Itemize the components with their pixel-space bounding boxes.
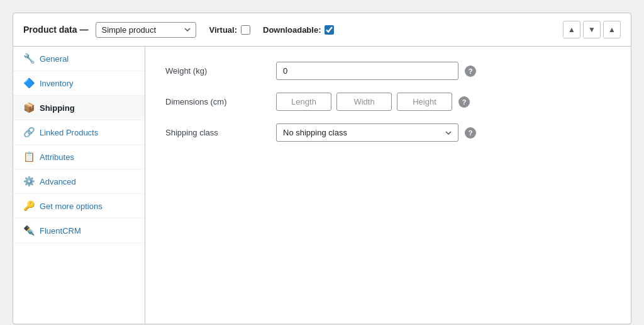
shipping-class-help-icon[interactable]: ? xyxy=(465,127,476,139)
width-input[interactable] xyxy=(336,93,392,111)
product-data-header: Product data — Simple product Virtual: D… xyxy=(13,13,631,47)
sidebar-item-get-more-options-label: Get more options xyxy=(40,202,103,211)
arrow-expand-button[interactable]: ▲ xyxy=(603,21,621,38)
key-icon: 🔑 xyxy=(23,200,35,212)
sidebar-item-inventory[interactable]: 🔷 Inventory xyxy=(13,71,145,96)
sidebar-item-linked-products-label: Linked Products xyxy=(40,128,98,137)
sidebar-item-inventory-label: Inventory xyxy=(40,79,73,88)
sidebar-item-advanced[interactable]: ⚙️ Advanced xyxy=(13,169,145,194)
sidebar-item-get-more-options[interactable]: 🔑 Get more options xyxy=(13,194,145,219)
weight-input[interactable] xyxy=(276,62,458,80)
sidebar-item-general-label: General xyxy=(40,54,69,64)
shipping-class-label: Shipping class xyxy=(165,128,266,137)
attributes-icon: 📋 xyxy=(23,151,35,162)
shipping-icon: 📦 xyxy=(23,102,35,113)
downloadable-checkbox[interactable] xyxy=(325,25,334,35)
weight-field: ? xyxy=(276,62,476,80)
wrench-icon: 🔧 xyxy=(23,53,35,64)
dimensions-inputs xyxy=(276,93,452,111)
product-data-body: 🔧 General 🔷 Inventory 📦 Shipping 🔗 Linke… xyxy=(13,47,631,324)
shipping-class-select-wrapper: No shipping class xyxy=(276,123,458,142)
product-type-select[interactable]: Simple product xyxy=(96,22,196,38)
virtual-label: Virtual: xyxy=(209,25,250,35)
sidebar: 🔧 General 🔷 Inventory 📦 Shipping 🔗 Linke… xyxy=(13,47,145,324)
sidebar-item-linked-products[interactable]: 🔗 Linked Products xyxy=(13,120,145,145)
height-input[interactable] xyxy=(397,93,452,111)
inventory-icon: 🔷 xyxy=(23,77,35,89)
downloadable-label: Downloadable: xyxy=(263,25,334,35)
weight-row: Weight (kg) ? xyxy=(165,62,611,80)
dimensions-row: Dimensions (cm) ? xyxy=(165,93,611,111)
dimensions-field: ? xyxy=(276,93,470,111)
sidebar-item-general[interactable]: 🔧 General xyxy=(13,47,145,71)
gear-icon: ⚙️ xyxy=(23,176,35,187)
arrow-down-button[interactable]: ▼ xyxy=(583,21,601,38)
dimensions-help-icon[interactable]: ? xyxy=(458,96,470,108)
link-icon: 🔗 xyxy=(23,127,35,138)
sidebar-item-shipping[interactable]: 📦 Shipping xyxy=(13,96,145,120)
virtual-checkbox[interactable] xyxy=(241,25,250,35)
sidebar-item-advanced-label: Advanced xyxy=(40,177,76,186)
shipping-class-select[interactable]: No shipping class xyxy=(276,123,458,142)
shipping-class-field: No shipping class ? xyxy=(276,123,476,142)
sidebar-item-attributes-label: Attributes xyxy=(40,152,74,162)
weight-label: Weight (kg) xyxy=(165,66,266,76)
arrow-up-button[interactable]: ▲ xyxy=(563,21,580,38)
sidebar-item-shipping-label: Shipping xyxy=(40,103,75,113)
sidebar-item-fluentcrm-label: FluentCRM xyxy=(40,226,81,236)
header-arrows: ▲ ▼ ▲ xyxy=(563,21,621,38)
shipping-class-row: Shipping class No shipping class ? xyxy=(165,123,611,142)
fluentcrm-icon: ✒️ xyxy=(23,225,35,236)
header-checkboxes: Virtual: Downloadable: xyxy=(209,25,334,35)
product-data-title: Product data — xyxy=(23,25,88,35)
weight-help-icon[interactable]: ? xyxy=(465,66,476,77)
sidebar-item-fluentcrm[interactable]: ✒️ FluentCRM xyxy=(13,219,145,243)
length-input[interactable] xyxy=(276,93,331,111)
sidebar-item-attributes[interactable]: 📋 Attributes xyxy=(13,145,145,169)
shipping-panel: Weight (kg) ? Dimensions (cm) ? xyxy=(145,47,631,324)
dimensions-label: Dimensions (cm) xyxy=(165,97,266,106)
product-data-panel: Product data — Simple product Virtual: D… xyxy=(13,13,631,324)
